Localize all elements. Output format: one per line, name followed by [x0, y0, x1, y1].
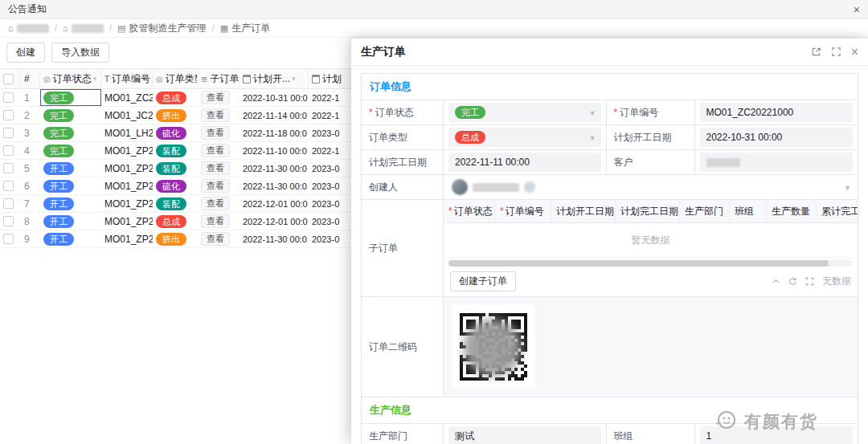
row-checkbox[interactable] — [3, 128, 14, 138]
row-checkbox[interactable] — [3, 110, 14, 120]
view-suborder-button[interactable]: 查看 — [201, 214, 230, 228]
type-cell[interactable]: 装配 — [153, 160, 198, 177]
column-header-type[interactable]: ◎订单类型▾ — [153, 69, 198, 88]
type-cell[interactable]: 总成 — [153, 213, 198, 230]
caret-down-icon[interactable]: ▾ — [292, 75, 296, 83]
order-type-label: 订单类型 — [362, 125, 444, 149]
avatar — [452, 179, 468, 195]
plan-start-cell: 2022-12-01 00:0 — [240, 195, 309, 213]
order-no-input[interactable]: MO01_ZC20221000 — [700, 103, 854, 122]
order-no-cell[interactable]: MO01_LH2... — [101, 124, 153, 142]
fullscreen-icon[interactable] — [831, 47, 841, 57]
subform-column-header: 订单状态 — [444, 200, 495, 222]
modal-header: 生产订单 × — [351, 39, 868, 66]
order-status-select[interactable]: 完工 ▾ — [448, 103, 601, 122]
column-header-check[interactable] — [0, 69, 21, 88]
customer-label: 客户 — [607, 150, 695, 174]
plan-start-input[interactable]: 2022-10-31 00:00 — [700, 128, 854, 147]
select-all-checkbox[interactable] — [3, 74, 14, 84]
status-cell[interactable]: 开工 — [40, 213, 101, 230]
announcement-text: 公告通知 — [8, 2, 47, 16]
order-no-cell[interactable]: MO01_ZP2... — [101, 142, 153, 160]
column-label: 子订单 — [210, 72, 239, 86]
order-no-cell[interactable]: MO01_ZP2... — [101, 230, 153, 248]
redacted-text — [17, 24, 49, 33]
column-header-suborder[interactable]: ≣子订单▾ — [198, 69, 240, 88]
row-checkbox[interactable] — [3, 145, 14, 156]
order-no-cell[interactable]: MO01_ZP2... — [101, 195, 153, 213]
creator-field[interactable]: ▾ — [448, 177, 853, 197]
open-in-new-icon[interactable] — [811, 47, 821, 57]
view-suborder-button[interactable]: 查看 — [201, 197, 230, 210]
order-no-cell[interactable]: MO01_JC2... — [101, 107, 153, 124]
plan-start-value: 2022-10-31 00:00 — [706, 132, 783, 143]
breadcrumb-item[interactable]: ⌂ — [8, 24, 49, 33]
fullscreen-icon[interactable] — [805, 277, 814, 286]
row-checkbox[interactable] — [3, 234, 14, 244]
collapse-icon[interactable] — [772, 277, 780, 286]
close-icon[interactable]: × — [854, 4, 860, 15]
plan-end-input[interactable]: 2022-11-11 00:00 — [448, 153, 601, 172]
view-suborder-button[interactable]: 查看 — [201, 144, 230, 157]
order-no-cell[interactable]: MO01_ZP2... — [101, 160, 153, 177]
order-no-cell[interactable]: MO01_ZP2... — [101, 177, 153, 195]
order-no-cell[interactable]: MO01_ZP2... — [101, 213, 153, 230]
type-cell[interactable]: 装配 — [153, 195, 198, 213]
status-cell[interactable]: 开工 — [40, 160, 101, 177]
type-cell[interactable]: 硫化 — [153, 124, 198, 142]
status-cell[interactable]: 完工 — [40, 107, 101, 124]
column-header-plan-start[interactable]: 计划开...▾ — [240, 69, 309, 88]
scrollbar-thumb[interactable] — [448, 260, 829, 267]
view-suborder-button[interactable]: 查看 — [201, 108, 230, 122]
subform-empty-state: 暂无数据 — [444, 223, 858, 258]
close-icon[interactable]: × — [851, 46, 858, 59]
team-input[interactable]: 1 — [700, 426, 854, 444]
status-cell[interactable]: 开工 — [40, 195, 101, 213]
create-button[interactable]: 创建 — [6, 43, 45, 63]
order-no-cell[interactable]: MO01_ZC2... — [101, 89, 153, 107]
customer-input[interactable] — [700, 153, 854, 172]
qrcode-label: 订单二维码 — [362, 297, 444, 397]
column-header-idx[interactable]: # — [21, 69, 40, 88]
dept-label: 生产部门 — [362, 424, 444, 444]
import-data-button[interactable]: 导入数据 — [51, 43, 109, 63]
subform-column-label: 计划完工日期 — [620, 205, 678, 218]
order-type-select[interactable]: 总成 ▾ — [448, 128, 601, 147]
row-checkbox[interactable] — [3, 181, 14, 191]
status-cell[interactable]: 开工 — [40, 230, 101, 248]
column-header-order-no[interactable]: T订单编号▾ — [101, 69, 153, 88]
view-suborder-button[interactable]: 查看 — [201, 179, 230, 193]
view-suborder-button[interactable]: 查看 — [201, 126, 230, 140]
table-row: 1完工MO01_ZC2...总成查看2022-10-31 00:02022-1 — [0, 89, 351, 107]
status-cell[interactable]: 开工 — [40, 177, 101, 195]
column-label: 计划 — [322, 72, 342, 86]
breadcrumb-item[interactable]: ▤胶管制造生产管理 — [117, 22, 206, 35]
status-cell[interactable]: 完工 — [40, 89, 101, 107]
column-header-plan-end[interactable]: 计划 — [309, 69, 351, 88]
row-index-cell: 4 — [21, 142, 40, 160]
row-checkbox[interactable] — [3, 163, 14, 173]
status-cell[interactable]: 完工 — [40, 142, 101, 160]
view-suborder-button[interactable]: 查看 — [201, 91, 230, 104]
horizontal-scrollbar[interactable] — [448, 260, 853, 267]
type-cell[interactable]: 挤出 — [153, 107, 198, 124]
subform-footer: 创建子订单 无数 — [444, 269, 858, 296]
breadcrumb-item[interactable]: ⌂ — [63, 24, 104, 33]
type-cell[interactable]: 硫化 — [153, 177, 198, 195]
row-checkbox[interactable] — [3, 92, 14, 103]
type-cell[interactable]: 装配 — [153, 142, 198, 160]
order-table-header: #◎订单状态▾T订单编号▾◎订单类型▾≣子订单▾计划开...▾计划 — [0, 68, 351, 89]
create-suborder-button[interactable]: 创建子订单 — [450, 271, 516, 291]
type-cell[interactable]: 总成 — [153, 89, 198, 107]
type-cell[interactable]: 挤出 — [153, 230, 198, 248]
breadcrumb-item[interactable]: ▦生产订单 — [220, 22, 270, 35]
view-suborder-button[interactable]: 查看 — [201, 232, 230, 246]
view-suborder-button[interactable]: 查看 — [201, 161, 230, 175]
row-checkbox[interactable] — [3, 216, 14, 226]
status-cell[interactable]: 完工 — [40, 124, 101, 142]
dept-input[interactable]: 测试 — [448, 426, 601, 444]
caret-down-icon[interactable]: ▾ — [93, 75, 97, 83]
column-header-status[interactable]: ◎订单状态▾ — [40, 69, 101, 88]
row-checkbox[interactable] — [3, 198, 14, 209]
refresh-icon[interactable] — [788, 277, 797, 286]
